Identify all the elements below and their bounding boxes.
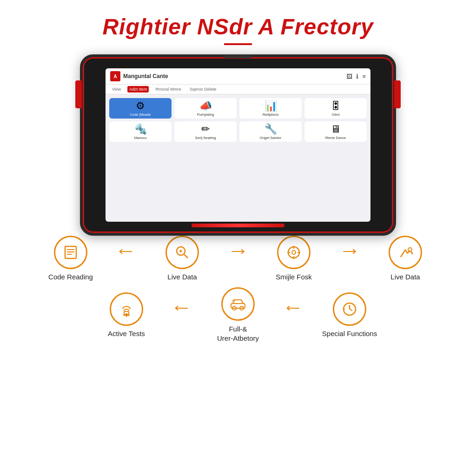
screen-card-manocu[interactable]: 🔩 Manocu	[109, 121, 172, 142]
full-urer-label: Full-&Urer-Atbetory	[217, 324, 259, 343]
screen-header: A Manguntal Cante 🖼 ℹ ≡	[106, 68, 370, 85]
full-urer-icon-wrap	[221, 287, 255, 321]
code-meade-icon: ⚙	[136, 101, 145, 111]
code-meade-label: Code |Meade	[130, 112, 151, 117]
special-functions-icon-wrap	[333, 292, 366, 326]
svg-line-18	[405, 250, 407, 253]
arrow-right-3-icon	[340, 248, 359, 255]
feature-full-urer: Full-&Urer-Atbetory	[196, 287, 280, 343]
special-functions-svg-icon	[341, 300, 358, 318]
purhylsling-icon: 📣	[199, 101, 212, 111]
live-data-2-label: Live Data	[390, 273, 420, 281]
arrow-3	[336, 248, 364, 255]
screen-card-origet[interactable]: 🔧 Origet Saintor	[239, 121, 302, 142]
screen-nav: View Adct Item Rmoral Wmre Sqeron Delete	[106, 85, 370, 94]
rietlplions-label: Rietlplions	[263, 112, 279, 117]
feature-smijle-fosk: Smijle Fosk	[252, 236, 336, 281]
device-bumper-left	[75, 80, 82, 108]
oitrd-icon: 🎛	[331, 101, 341, 111]
screen-logo: A Manguntal Cante	[110, 71, 168, 81]
svg-rect-26	[231, 304, 245, 308]
svg-line-6	[184, 254, 188, 258]
active-tests-icon-wrap	[110, 292, 143, 326]
full-urer-svg-icon	[229, 295, 247, 313]
screen-card-riecie[interactable]: 🖥 Riecie Dance	[304, 121, 367, 142]
screen-card-code-meade[interactable]: ⚙ Code |Meade	[109, 98, 172, 119]
origet-label: Origet Saintor	[260, 136, 281, 140]
live-data-2-svg-icon	[397, 244, 414, 261]
svg-rect-24	[124, 311, 129, 314]
riecie-label: Riecie Dance	[325, 136, 346, 140]
screen-app-name: Manguntal Cante	[123, 73, 168, 79]
purhylsling-label: Purhylsling	[197, 112, 214, 117]
live-data-2-icon-wrap	[389, 236, 422, 269]
arrow-4	[168, 304, 196, 312]
screen-card-oitrd[interactable]: 🎛 Oitrd	[304, 98, 367, 119]
origet-icon: 🔧	[264, 124, 277, 134]
nav-item-view[interactable]: View	[110, 86, 123, 93]
special-functions-label: Special Functions	[322, 330, 377, 337]
menu-icon[interactable]: ≡	[362, 73, 366, 80]
feature-live-data-2: Live Data	[364, 236, 447, 281]
device-screen: A Manguntal Cante 🖼 ℹ ≡ View Adct Item R…	[106, 68, 370, 222]
screen-logo-icon: A	[110, 71, 120, 81]
features-row-2: Active Tests Full-&Urer-Atbetory	[29, 287, 447, 343]
nav-item-sqeron[interactable]: Sqeron Delete	[188, 86, 218, 93]
arrow-right-2-icon	[229, 248, 247, 255]
device: A Manguntal Cante 🖼 ℹ ≡ View Adct Item R…	[80, 54, 396, 236]
riecie-icon: 🖥	[331, 124, 341, 134]
manocu-label: Manocu	[134, 136, 147, 140]
smijle-fosk-icon-wrap	[277, 236, 311, 269]
screen-card-rietlplions[interactable]: 📊 Rietlplions	[239, 98, 302, 119]
smijle-fosk-svg-icon	[285, 244, 302, 261]
screen-header-icons: 🖼 ℹ ≡	[346, 73, 366, 80]
rietlplions-icon: 📊	[264, 101, 277, 111]
nav-item-adct[interactable]: Adct Item	[127, 86, 149, 93]
code-reading-svg-icon	[62, 244, 79, 261]
arrow-left-1-icon	[117, 248, 136, 255]
screenshot-icon[interactable]: 🖼	[346, 73, 352, 80]
feature-code-reading: Code Reading	[29, 236, 112, 281]
sertj-icon: ✏	[201, 124, 210, 134]
title-underline	[224, 43, 252, 45]
screen-card-sertj[interactable]: ✏ Sertj Seading	[174, 121, 237, 142]
active-tests-svg-icon	[118, 300, 135, 318]
feature-live-data-1: Live Data	[140, 236, 224, 281]
svg-line-32	[350, 309, 352, 311]
arrow-left-5-icon	[284, 304, 303, 312]
live-data-1-label: Live Data	[167, 273, 197, 281]
svg-point-11	[292, 251, 296, 254]
arrow-1	[112, 248, 140, 255]
live-data-1-svg-icon	[174, 244, 191, 261]
feature-active-tests: Active Tests	[85, 292, 168, 337]
arrow-5	[280, 304, 308, 312]
features-row-1: Code Reading Live Data	[29, 236, 447, 281]
code-reading-icon-wrap	[54, 236, 87, 269]
active-tests-label: Active Tests	[108, 330, 145, 337]
arrow-2	[224, 248, 252, 255]
oitrd-label: Oitrd	[332, 112, 339, 117]
nav-item-rmoral[interactable]: Rmoral Wmre	[153, 86, 183, 93]
page-title: Rightier NSdr A Frectory	[102, 14, 373, 40]
screen-grid: ⚙ Code |Meade 📣 Purhylsling 📊 Rietlplion…	[106, 94, 370, 145]
code-reading-label: Code Reading	[48, 273, 93, 281]
svg-line-17	[401, 250, 405, 257]
screen-card-purhylsling[interactable]: 📣 Purhylsling	[174, 98, 237, 119]
feature-special-functions: Special Functions	[308, 292, 391, 337]
arrow-left-4-icon	[173, 304, 192, 312]
sertj-label: Sertj Seading	[195, 136, 216, 140]
svg-line-21	[411, 251, 413, 254]
smijle-fosk-label: Smijle Fosk	[276, 273, 312, 281]
device-bumper-right	[394, 80, 401, 108]
live-data-1-icon-wrap	[165, 236, 199, 269]
manocu-icon: 🔩	[134, 124, 147, 134]
info-icon[interactable]: ℹ	[356, 73, 358, 80]
